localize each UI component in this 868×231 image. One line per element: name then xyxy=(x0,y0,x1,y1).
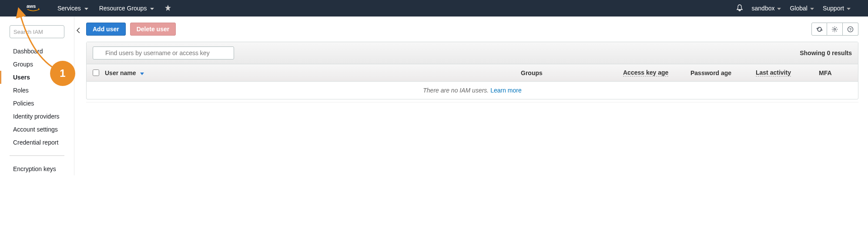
chevron-down-icon xyxy=(84,5,88,12)
search-iam-input[interactable] xyxy=(10,25,64,38)
column-header-username[interactable]: User name xyxy=(105,69,521,76)
help-icon: ? xyxy=(847,26,854,33)
nav-services[interactable]: Services xyxy=(57,5,88,12)
column-header-password-age[interactable]: Password age xyxy=(690,69,756,76)
collapse-sidebar-handle[interactable] xyxy=(74,16,82,175)
sidebar: Dashboard Groups Users Roles Policies Id… xyxy=(0,16,74,175)
sidebar-divider xyxy=(10,155,64,156)
nav-support[interactable]: Support xyxy=(823,5,851,12)
column-header-last-activity[interactable]: Last activity xyxy=(756,69,819,76)
find-users-input[interactable] xyxy=(93,46,234,59)
annotation-badge-1: 1 xyxy=(50,61,75,86)
aws-logo[interactable]: aws xyxy=(26,3,44,13)
sidebar-item-policies[interactable]: Policies xyxy=(0,97,74,110)
table-header: User name Groups Access key age Password… xyxy=(87,64,858,82)
nav-account[interactable]: sandbox xyxy=(752,5,781,12)
pin-icon[interactable] xyxy=(165,5,171,12)
select-all-checkbox[interactable] xyxy=(93,69,99,76)
settings-button[interactable] xyxy=(827,23,843,36)
nav-region-label: Global xyxy=(790,5,807,12)
action-bar: Add user Delete user ? xyxy=(86,23,858,36)
sort-indicator-icon xyxy=(140,69,144,76)
bell-icon[interactable] xyxy=(736,4,743,13)
add-user-button[interactable]: Add user xyxy=(86,23,126,36)
filter-bar: Showing 0 results xyxy=(87,42,858,64)
sidebar-item-credential-report[interactable]: Credential report xyxy=(0,136,74,149)
nav-region[interactable]: Global xyxy=(790,5,814,12)
top-nav: aws Services Resource Groups sandbox Glo… xyxy=(0,0,868,16)
users-panel: Showing 0 results User name Groups Acces… xyxy=(86,42,858,99)
column-header-mfa[interactable]: MFA xyxy=(819,69,858,76)
refresh-button[interactable] xyxy=(811,23,827,36)
nav-services-label: Services xyxy=(57,5,81,12)
help-button[interactable]: ? xyxy=(843,23,858,36)
refresh-icon xyxy=(816,26,823,33)
svg-point-1 xyxy=(834,28,835,30)
nav-resource-groups[interactable]: Resource Groups xyxy=(99,5,154,12)
main-content: Add user Delete user ? xyxy=(82,16,868,175)
chevron-left-icon xyxy=(77,28,80,33)
nav-account-label: sandbox xyxy=(752,5,775,12)
column-header-groups[interactable]: Groups xyxy=(521,69,623,76)
sidebar-item-dashboard[interactable]: Dashboard xyxy=(0,45,74,58)
sidebar-item-encryption-keys[interactable]: Encryption keys xyxy=(0,162,74,175)
nav-support-label: Support xyxy=(823,5,844,12)
shadow-divider xyxy=(86,102,858,102)
gear-icon xyxy=(831,26,838,33)
results-count: Showing 0 results xyxy=(800,50,852,56)
delete-user-button[interactable]: Delete user xyxy=(130,23,176,36)
sidebar-item-identity-providers[interactable]: Identity providers xyxy=(0,110,74,123)
column-header-access-key-age[interactable]: Access key age xyxy=(623,69,690,76)
chevron-down-icon xyxy=(777,5,781,12)
chevron-down-icon xyxy=(150,5,154,12)
sidebar-item-account-settings[interactable]: Account settings xyxy=(0,123,74,136)
chevron-down-icon xyxy=(810,5,814,12)
svg-text:?: ? xyxy=(849,27,852,32)
nav-resource-groups-label: Resource Groups xyxy=(99,5,147,12)
empty-state-row: There are no IAM users. Learn more xyxy=(87,82,858,99)
learn-more-link[interactable]: Learn more xyxy=(490,87,522,94)
chevron-down-icon xyxy=(847,5,851,12)
empty-state-text: There are no IAM users. xyxy=(423,87,490,94)
svg-text:aws: aws xyxy=(27,3,36,9)
